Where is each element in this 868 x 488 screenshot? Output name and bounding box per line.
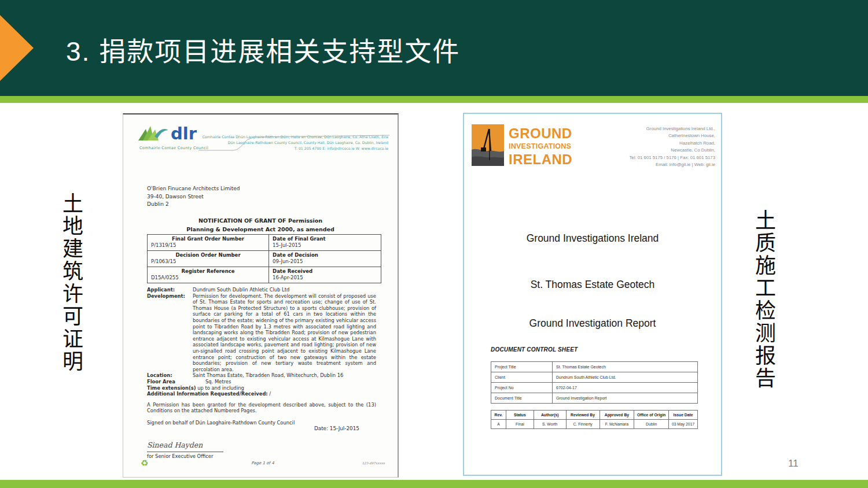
project-info-table: Project Title St. Thomas Estate Geotech … <box>491 361 698 404</box>
gii-wordmark-line3: IRELAND <box>509 153 572 167</box>
grant-table-value: P/1063/15 <box>151 258 265 264</box>
info-label: Project No <box>491 383 553 393</box>
grant-statement: A Permission has been granted for the de… <box>147 402 376 414</box>
info-value: Dundrum South Athletic Club Ltd. <box>553 372 698 383</box>
recipient-line: O'Brien Finucane Architects Limited <box>147 185 240 193</box>
revision-cell: 03 May 2017 <box>669 420 698 429</box>
grant-table-value: 09-Jun-2015 <box>273 258 377 264</box>
table-row: Final Grant Order Number P/1319/15 Date … <box>148 235 381 251</box>
right-caption: 土质施工检测报告 <box>753 209 774 390</box>
gii-address-line: Catherinestown House, <box>629 132 715 139</box>
document-reference: 123-d97xxxxx <box>362 461 385 465</box>
field-value: Saint Thomas Estate, Tibradden Road, Whi… <box>193 372 376 379</box>
grant-table-label: Date Received <box>273 268 377 274</box>
revision-cell: Final <box>506 420 534 429</box>
table-row: Register Reference D15A/0255 Date Receiv… <box>148 267 381 283</box>
field-label: Floor Area <box>147 379 193 385</box>
info-value: Ground Investigation Report <box>553 393 698 404</box>
recycle-icon: ♻ <box>141 459 148 468</box>
grant-details-table: Final Grant Order Number P/1319/15 Date … <box>147 234 381 283</box>
field-label: Location: <box>147 372 193 379</box>
dlr-logo-text: dlr <box>171 126 197 141</box>
gii-address-line: Email: info@gii.ie | Web: gii.ie <box>629 161 715 168</box>
dlr-logo: dlr <box>138 124 197 141</box>
info-value: 6702-04-17 <box>553 383 698 393</box>
table-row: Document Title Ground Investigation Repo… <box>491 393 698 404</box>
column-header: Reviewed By <box>566 411 599 420</box>
document-footer: ♻ Page 1 of 4 123-d97xxxxx <box>141 457 385 468</box>
gii-wordmark: GROUND INVESTIGATIONS IRELAND <box>509 124 572 167</box>
field-value: Dundrum South Dublin Athletic Club Ltd <box>193 287 376 293</box>
grant-table-label: Final Grant Order Number <box>151 236 265 242</box>
chevron-right-icon <box>0 15 34 81</box>
gii-address-block: Ground Investigations Ireland Ltd., Cath… <box>629 125 715 169</box>
development-row: Development: Permission for development.… <box>147 293 376 373</box>
gii-wordmark-line1: GROUND <box>509 127 572 141</box>
column-header: Rev. <box>491 411 506 420</box>
page-info: Page 1 of 4 <box>251 461 274 465</box>
dlr-waves-icon <box>138 124 168 141</box>
applicant-row: Applicant: Dundrum South Dublin Athletic… <box>147 287 376 293</box>
recipient-line: 39-40, Dawson Street <box>147 193 240 201</box>
grant-table-label: Decision Order Number <box>151 252 265 258</box>
table-row: Project No 6702-04-17 <box>491 383 698 393</box>
recipient-line: Dublin 2 <box>147 201 240 209</box>
info-label: Project Title <box>491 362 553 372</box>
location-row: Location: Saint Thomas Estate, Tibradden… <box>147 372 376 379</box>
table-row: Decision Order Number P/1063/15 Date of … <box>148 251 381 267</box>
column-header: Approved By <box>599 411 634 420</box>
table-row: Client Dundrum South Athletic Club Ltd. <box>491 372 698 383</box>
column-header: Issue Date <box>669 411 698 420</box>
info-label: Client <box>491 372 553 383</box>
field-label: Time extension(s) <box>147 385 196 391</box>
drilling-rig-icon <box>472 124 504 166</box>
floor-area-row: Floor Area Sq. Metres <box>147 379 376 385</box>
grant-table-value: 15-Jul-2015 <box>273 242 377 248</box>
field-value: / <box>269 391 271 397</box>
field-value: Permission for development. The developm… <box>193 293 376 373</box>
letterhead-divider-line <box>198 130 389 153</box>
document-heading: NOTIFICATION OF GRANT OF Permission Plan… <box>123 217 398 234</box>
gii-address-line: Newcastle, Co Dublin, <box>629 147 715 154</box>
grant-date: Date: 15-Jul-2015 <box>314 426 359 431</box>
control-sheet-heading: DOCUMENT CONTROL SHEET <box>491 346 578 353</box>
permission-document: dlr Comhairle Contae County Council Comh… <box>123 113 399 478</box>
table-row: Project Title St. Thomas Estate Geotech <box>491 362 698 372</box>
table-row: A Final S. Worth C. Finnerty F. McNamara… <box>491 420 698 429</box>
gii-report-document: GROUND INVESTIGATIONS IRELAND Ground Inv… <box>463 113 722 476</box>
column-header: Status <box>506 411 534 420</box>
revision-cell: S. Worth <box>534 420 566 429</box>
revision-cell: F. McNamara <box>599 420 634 429</box>
signed-on-behalf-line: Signed on behalf of Dún Laoghaire-Rathdo… <box>147 420 376 426</box>
field-label: Development: <box>147 293 193 373</box>
gii-address-line: Tel: 01 601 5175 / 5176 | Fax: 01 601 51… <box>629 154 715 161</box>
document-heading-line1: NOTIFICATION OF GRANT OF Permission <box>123 217 398 225</box>
grant-table-value: 16-Apr-2015 <box>273 275 377 280</box>
revision-table: Rev. Status Author(s) Reviewed By Approv… <box>491 410 698 429</box>
report-company-title: Ground Investigations Ireland <box>464 232 721 245</box>
revision-cell: C. Finnerty <box>566 420 599 429</box>
info-value: St. Thomas Estate Geotech <box>553 362 698 372</box>
footer-accent-strip <box>0 480 868 488</box>
signature: Sinead Hayden <box>147 441 376 450</box>
gii-wordmark-line2: INVESTIGATIONS <box>509 143 572 150</box>
signature-line <box>147 452 223 452</box>
additional-info-row: Additional Information Requested/Receive… <box>147 391 376 397</box>
document-heading-line2: Planning & Development Act 2000, as amen… <box>123 225 398 234</box>
slide-title: 3. 捐款项目进展相关支持型文件 <box>66 30 460 68</box>
field-value: up to and including <box>197 385 244 391</box>
recipient-address: O'Brien Finucane Architects Limited 39-4… <box>147 185 240 209</box>
header-accent-strip <box>0 96 868 103</box>
revision-cell: A <box>491 420 506 429</box>
gii-logo: GROUND INVESTIGATIONS IRELAND <box>472 124 572 167</box>
gii-address-line: Hazelhatch Road, <box>629 140 715 147</box>
field-label: Applicant: <box>147 287 193 293</box>
time-extension-row: Time extension(s) up to and including <box>147 385 376 391</box>
slide-header: 3. 捐款项目进展相关支持型文件 <box>0 0 868 96</box>
left-caption: 土地建筑许可证明 <box>60 193 81 373</box>
field-label: Additional Information Requested/Receive… <box>147 391 268 397</box>
application-details: Applicant: Dundrum South Dublin Athletic… <box>147 287 376 460</box>
grant-table-value: D15A/0255 <box>151 275 265 280</box>
grant-table-value: P/1319/15 <box>151 242 265 248</box>
grant-table-label: Register Reference <box>151 268 265 274</box>
